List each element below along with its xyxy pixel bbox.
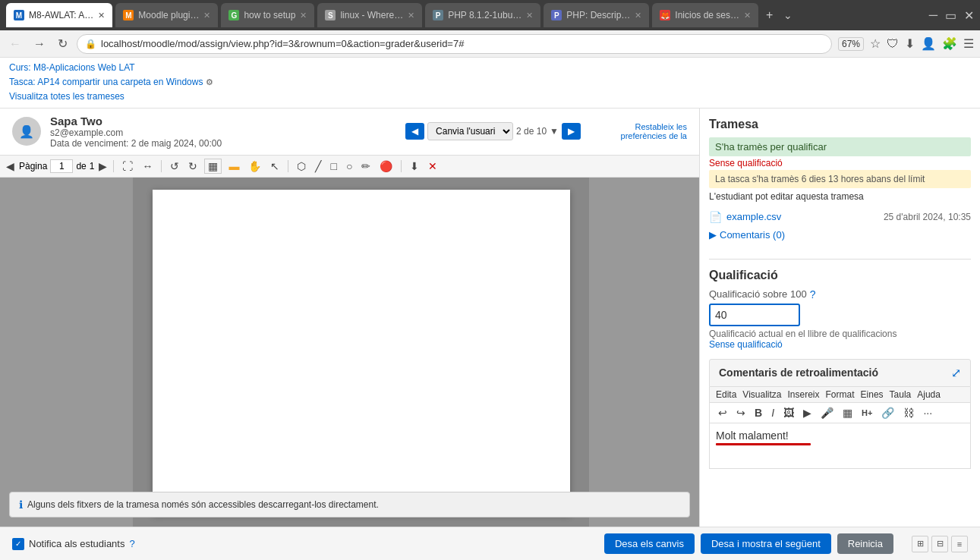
mic-icon[interactable]: 🎤 <box>818 406 836 420</box>
table-editor-icon[interactable]: ▦ <box>840 406 855 420</box>
editor-menu-help[interactable]: Ajuda <box>917 389 941 400</box>
image-icon[interactable]: 🖼 <box>781 406 796 420</box>
highlight-icon[interactable]: ▦ <box>204 159 222 174</box>
tab-close-3[interactable]: ✕ <box>300 11 307 20</box>
tab-inicios[interactable]: 🦊 Inicios de ses… ✕ <box>652 3 758 27</box>
profile-icon[interactable]: 👤 <box>921 36 936 51</box>
page-number-input[interactable] <box>50 159 73 173</box>
notify-help-link[interactable]: ? <box>129 538 134 549</box>
url-bar[interactable]: 🔒 localhost/moodle/mod/assign/view.php?i… <box>77 34 832 54</box>
main-content: 👤 Sapa Two s2@example.com Data de vencim… <box>0 109 980 527</box>
editor-menu-tools[interactable]: Eines <box>861 389 884 400</box>
notify-checkbox[interactable]: ✓ <box>12 538 24 550</box>
tab-close-4[interactable]: ✕ <box>408 11 414 20</box>
tab-moodle[interactable]: M Moodle plugi… ✕ <box>115 3 218 27</box>
line-icon[interactable]: ╱ <box>313 159 323 174</box>
stamp-icon[interactable]: ⬡ <box>295 159 308 174</box>
redo-icon[interactable]: ↻ <box>186 159 200 174</box>
save-button[interactable]: Desa els canvis <box>604 533 695 554</box>
bookmark-icon[interactable]: ☆ <box>870 36 881 51</box>
doc-right-margin <box>589 178 699 527</box>
fit-width-icon[interactable]: ↔ <box>140 159 155 174</box>
bottom-bar: ✓ Notifica als estudiants ? Desa els can… <box>0 527 980 560</box>
fit-page-icon[interactable]: ⛶ <box>120 159 135 174</box>
rect-icon[interactable]: □ <box>328 159 339 174</box>
all-submissions-link[interactable]: Visualitza totes les trameses <box>9 91 124 102</box>
undo-editor-icon[interactable]: ↩ <box>716 406 729 420</box>
editor-menu-table[interactable]: Taula <box>890 389 912 400</box>
grade-link[interactable]: Sense qualificació <box>709 339 971 350</box>
h-plus-icon[interactable]: H+ <box>859 407 874 418</box>
expand-feedback-icon[interactable]: ⤢ <box>951 366 961 380</box>
tab-close-6[interactable]: ✕ <box>635 11 641 20</box>
menu-icon[interactable]: ☰ <box>963 36 974 51</box>
split-view-icon[interactable]: ⊟ <box>931 536 948 552</box>
minimize-icon[interactable]: ─ <box>929 8 937 22</box>
tab-close-5[interactable]: ✕ <box>526 11 533 20</box>
tab-howto[interactable]: G how to setup ✕ <box>221 3 314 27</box>
save-next-button[interactable]: Desa i mostra el següent <box>701 533 831 554</box>
help-icon[interactable]: ? <box>810 288 816 300</box>
close-pdf-icon[interactable]: ✕ <box>426 159 440 174</box>
grid-view-icon[interactable]: ⊞ <box>912 536 928 552</box>
close-window-icon[interactable]: ✕ <box>964 8 974 23</box>
next-user-button[interactable]: ▶ <box>562 123 581 140</box>
last-page-button[interactable]: ▶ <box>99 160 107 172</box>
info-banner: ℹ Alguns dels fitxers de la tramesa nomé… <box>9 492 690 518</box>
editor-menu-view[interactable]: Visualitza <box>742 389 781 400</box>
eraser-icon[interactable]: 🔴 <box>377 159 395 174</box>
highlight-yellow-icon[interactable]: ▬ <box>226 159 241 174</box>
file-link[interactable]: example.csv <box>726 211 879 222</box>
tab-m8awlat[interactable]: M M8-AWLAT: A… ✕ <box>6 3 112 27</box>
select-icon[interactable]: ↖ <box>268 159 282 174</box>
zoom-level[interactable]: 67% <box>838 37 864 51</box>
prev-user-button[interactable]: ◀ <box>405 123 424 140</box>
back-button[interactable]: ← <box>6 36 24 52</box>
tab-list-arrow[interactable]: ⌄ <box>780 9 796 21</box>
shield-icon[interactable]: 🛡 <box>887 37 899 51</box>
tab-phpdesc[interactable]: P PHP: Descrip… ✕ <box>544 3 649 27</box>
bold-button[interactable]: B <box>752 406 764 420</box>
editor-content-area[interactable]: Molt malament! <box>709 423 971 469</box>
download-icon[interactable]: ⬇ <box>905 36 915 51</box>
breadcrumb: Curs: M8-Aplicacions Web LAT Tasca: AP14… <box>0 58 980 109</box>
pen-icon[interactable]: ✏ <box>359 159 373 174</box>
notify-section: ✓ Notifica als estudiants ? <box>12 538 135 550</box>
user-selector[interactable]: Canvia l'usuari <box>427 122 513 140</box>
task-link[interactable]: Tasca: AP14 compartir una carpeta en Win… <box>9 77 213 87</box>
editor-menu-edit[interactable]: Edita <box>716 389 736 400</box>
pan-icon[interactable]: ✋ <box>246 159 263 174</box>
undo-icon[interactable]: ↺ <box>168 159 181 174</box>
first-page-button[interactable]: ◀ <box>6 160 14 172</box>
italic-button[interactable]: I <box>769 406 777 420</box>
list-view-icon[interactable]: ≡ <box>951 536 968 552</box>
new-tab-button[interactable]: + <box>761 8 777 22</box>
comments-label: Comentaris (0) <box>720 229 785 241</box>
media-icon[interactable]: ▶ <box>801 406 814 420</box>
circle-icon[interactable]: ○ <box>344 159 355 174</box>
reload-button[interactable]: ↻ <box>55 35 71 52</box>
restore-icon[interactable]: ▭ <box>945 8 956 23</box>
status-no-qual-link[interactable]: Sense qualificació <box>709 158 971 168</box>
extensions-icon[interactable]: 🧩 <box>942 36 957 51</box>
tab-close-7[interactable]: ✕ <box>744 11 751 20</box>
tab-close-1[interactable]: ✕ <box>98 11 105 20</box>
link-icon[interactable]: 🔗 <box>879 406 896 420</box>
settings-icon[interactable]: ⚙ <box>206 77 213 87</box>
grade-input[interactable] <box>709 304 800 326</box>
more-editor-icon[interactable]: ··· <box>921 406 934 420</box>
editor-menu-format[interactable]: Format <box>826 389 855 400</box>
course-link[interactable]: Curs: M8-Aplicacions Web LAT <box>9 62 135 73</box>
download-pdf-icon[interactable]: ⬇ <box>408 159 421 174</box>
editor-menu-insert[interactable]: Insereix <box>788 389 820 400</box>
tab-php812[interactable]: P PHP 8.1.2-1ubu… ✕ <box>425 3 540 27</box>
tab-linux[interactable]: S linux - Where… ✕ <box>317 3 422 27</box>
tab-close-2[interactable]: ✕ <box>203 11 210 20</box>
forward-button[interactable]: → <box>30 36 49 52</box>
redo-editor-icon[interactable]: ↪ <box>734 406 748 420</box>
restore-prefs-link[interactable]: Restableix les preferències de la <box>621 122 687 140</box>
reset-button[interactable]: Reinicia <box>837 533 893 554</box>
tramesa-section-title: Tramesa <box>709 118 971 131</box>
unlink-icon[interactable]: ⛓ <box>901 406 916 420</box>
comments-toggle[interactable]: ▶ Comentaris (0) <box>709 229 971 241</box>
